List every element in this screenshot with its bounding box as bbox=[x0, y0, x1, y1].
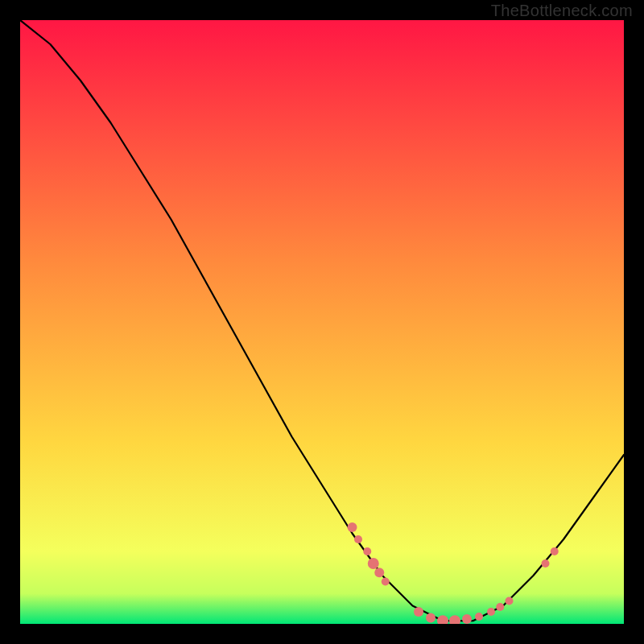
data-marker bbox=[426, 613, 436, 623]
data-marker bbox=[462, 614, 472, 624]
data-marker bbox=[368, 558, 379, 569]
data-marker bbox=[363, 547, 371, 555]
data-marker bbox=[348, 522, 357, 532]
data-marker bbox=[475, 613, 483, 621]
bottleneck-curve-chart bbox=[20, 20, 624, 624]
data-marker bbox=[542, 559, 550, 568]
chart-container: TheBottleneck.com bbox=[0, 0, 644, 644]
plot-area bbox=[20, 20, 624, 624]
data-marker bbox=[354, 535, 362, 543]
data-marker bbox=[374, 568, 384, 577]
data-marker bbox=[551, 547, 559, 555]
data-marker bbox=[414, 607, 423, 617]
data-marker bbox=[496, 603, 504, 611]
gradient-background bbox=[20, 20, 624, 624]
data-marker bbox=[506, 597, 514, 605]
data-marker bbox=[382, 578, 390, 586]
data-marker bbox=[487, 608, 495, 616]
watermark-text: TheBottleneck.com bbox=[491, 2, 633, 20]
